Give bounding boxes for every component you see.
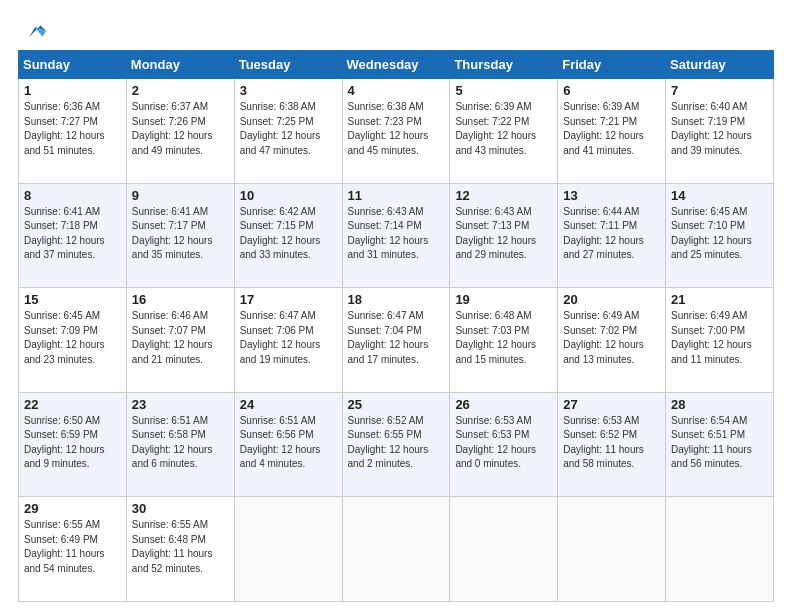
calendar-cell: 17Sunrise: 6:47 AM Sunset: 7:06 PM Dayli… (234, 288, 342, 393)
calendar-cell: 19Sunrise: 6:48 AM Sunset: 7:03 PM Dayli… (450, 288, 558, 393)
calendar-cell: 9Sunrise: 6:41 AM Sunset: 7:17 PM Daylig… (126, 183, 234, 288)
calendar-cell: 24Sunrise: 6:51 AM Sunset: 6:56 PM Dayli… (234, 392, 342, 497)
day-number: 7 (671, 83, 768, 98)
cell-info: Sunrise: 6:53 AM Sunset: 6:52 PM Dayligh… (563, 414, 660, 472)
calendar-header-row: SundayMondayTuesdayWednesdayThursdayFrid… (19, 51, 774, 79)
calendar-cell: 20Sunrise: 6:49 AM Sunset: 7:02 PM Dayli… (558, 288, 666, 393)
calendar-row-1: 1Sunrise: 6:36 AM Sunset: 7:27 PM Daylig… (19, 79, 774, 184)
col-header-monday: Monday (126, 51, 234, 79)
day-number: 22 (24, 397, 121, 412)
calendar-cell: 2Sunrise: 6:37 AM Sunset: 7:26 PM Daylig… (126, 79, 234, 184)
calendar-cell: 29Sunrise: 6:55 AM Sunset: 6:49 PM Dayli… (19, 497, 127, 602)
day-number: 1 (24, 83, 121, 98)
day-number: 5 (455, 83, 552, 98)
calendar-cell: 5Sunrise: 6:39 AM Sunset: 7:22 PM Daylig… (450, 79, 558, 184)
cell-info: Sunrise: 6:52 AM Sunset: 6:55 PM Dayligh… (348, 414, 445, 472)
calendar-cell: 26Sunrise: 6:53 AM Sunset: 6:53 PM Dayli… (450, 392, 558, 497)
calendar-cell (450, 497, 558, 602)
calendar-cell: 1Sunrise: 6:36 AM Sunset: 7:27 PM Daylig… (19, 79, 127, 184)
cell-info: Sunrise: 6:45 AM Sunset: 7:09 PM Dayligh… (24, 309, 121, 367)
day-number: 12 (455, 188, 552, 203)
cell-info: Sunrise: 6:43 AM Sunset: 7:14 PM Dayligh… (348, 205, 445, 263)
day-number: 2 (132, 83, 229, 98)
calendar-row-2: 8Sunrise: 6:41 AM Sunset: 7:18 PM Daylig… (19, 183, 774, 288)
calendar-cell: 8Sunrise: 6:41 AM Sunset: 7:18 PM Daylig… (19, 183, 127, 288)
calendar-cell: 25Sunrise: 6:52 AM Sunset: 6:55 PM Dayli… (342, 392, 450, 497)
col-header-wednesday: Wednesday (342, 51, 450, 79)
day-number: 3 (240, 83, 337, 98)
calendar-cell: 21Sunrise: 6:49 AM Sunset: 7:00 PM Dayli… (666, 288, 774, 393)
day-number: 8 (24, 188, 121, 203)
cell-info: Sunrise: 6:43 AM Sunset: 7:13 PM Dayligh… (455, 205, 552, 263)
cell-info: Sunrise: 6:39 AM Sunset: 7:21 PM Dayligh… (563, 100, 660, 158)
day-number: 28 (671, 397, 768, 412)
day-number: 17 (240, 292, 337, 307)
cell-info: Sunrise: 6:55 AM Sunset: 6:49 PM Dayligh… (24, 518, 121, 576)
calendar-table: SundayMondayTuesdayWednesdayThursdayFrid… (18, 50, 774, 602)
calendar-row-4: 22Sunrise: 6:50 AM Sunset: 6:59 PM Dayli… (19, 392, 774, 497)
calendar-cell (342, 497, 450, 602)
cell-info: Sunrise: 6:38 AM Sunset: 7:23 PM Dayligh… (348, 100, 445, 158)
day-number: 14 (671, 188, 768, 203)
calendar-cell: 22Sunrise: 6:50 AM Sunset: 6:59 PM Dayli… (19, 392, 127, 497)
header (18, 18, 774, 40)
cell-info: Sunrise: 6:45 AM Sunset: 7:10 PM Dayligh… (671, 205, 768, 263)
day-number: 24 (240, 397, 337, 412)
cell-info: Sunrise: 6:44 AM Sunset: 7:11 PM Dayligh… (563, 205, 660, 263)
calendar-row-5: 29Sunrise: 6:55 AM Sunset: 6:49 PM Dayli… (19, 497, 774, 602)
calendar-cell: 14Sunrise: 6:45 AM Sunset: 7:10 PM Dayli… (666, 183, 774, 288)
day-number: 29 (24, 501, 121, 516)
day-number: 11 (348, 188, 445, 203)
logo-bird-icon (20, 18, 48, 46)
calendar-cell: 10Sunrise: 6:42 AM Sunset: 7:15 PM Dayli… (234, 183, 342, 288)
cell-info: Sunrise: 6:40 AM Sunset: 7:19 PM Dayligh… (671, 100, 768, 158)
calendar-cell: 3Sunrise: 6:38 AM Sunset: 7:25 PM Daylig… (234, 79, 342, 184)
calendar-cell: 18Sunrise: 6:47 AM Sunset: 7:04 PM Dayli… (342, 288, 450, 393)
cell-info: Sunrise: 6:49 AM Sunset: 7:00 PM Dayligh… (671, 309, 768, 367)
logo (18, 18, 48, 40)
day-number: 13 (563, 188, 660, 203)
day-number: 10 (240, 188, 337, 203)
col-header-saturday: Saturday (666, 51, 774, 79)
day-number: 9 (132, 188, 229, 203)
day-number: 16 (132, 292, 229, 307)
day-number: 27 (563, 397, 660, 412)
col-header-sunday: Sunday (19, 51, 127, 79)
cell-info: Sunrise: 6:49 AM Sunset: 7:02 PM Dayligh… (563, 309, 660, 367)
calendar-cell: 23Sunrise: 6:51 AM Sunset: 6:58 PM Dayli… (126, 392, 234, 497)
calendar-cell: 4Sunrise: 6:38 AM Sunset: 7:23 PM Daylig… (342, 79, 450, 184)
cell-info: Sunrise: 6:38 AM Sunset: 7:25 PM Dayligh… (240, 100, 337, 158)
cell-info: Sunrise: 6:36 AM Sunset: 7:27 PM Dayligh… (24, 100, 121, 158)
day-number: 6 (563, 83, 660, 98)
day-number: 21 (671, 292, 768, 307)
calendar-cell: 11Sunrise: 6:43 AM Sunset: 7:14 PM Dayli… (342, 183, 450, 288)
cell-info: Sunrise: 6:46 AM Sunset: 7:07 PM Dayligh… (132, 309, 229, 367)
calendar-cell (558, 497, 666, 602)
day-number: 19 (455, 292, 552, 307)
day-number: 4 (348, 83, 445, 98)
cell-info: Sunrise: 6:50 AM Sunset: 6:59 PM Dayligh… (24, 414, 121, 472)
day-number: 23 (132, 397, 229, 412)
cell-info: Sunrise: 6:47 AM Sunset: 7:04 PM Dayligh… (348, 309, 445, 367)
cell-info: Sunrise: 6:54 AM Sunset: 6:51 PM Dayligh… (671, 414, 768, 472)
cell-info: Sunrise: 6:41 AM Sunset: 7:18 PM Dayligh… (24, 205, 121, 263)
cell-info: Sunrise: 6:51 AM Sunset: 6:58 PM Dayligh… (132, 414, 229, 472)
cell-info: Sunrise: 6:37 AM Sunset: 7:26 PM Dayligh… (132, 100, 229, 158)
day-number: 20 (563, 292, 660, 307)
page: SundayMondayTuesdayWednesdayThursdayFrid… (0, 0, 792, 612)
day-number: 30 (132, 501, 229, 516)
day-number: 18 (348, 292, 445, 307)
calendar-cell: 12Sunrise: 6:43 AM Sunset: 7:13 PM Dayli… (450, 183, 558, 288)
day-number: 25 (348, 397, 445, 412)
cell-info: Sunrise: 6:55 AM Sunset: 6:48 PM Dayligh… (132, 518, 229, 576)
day-number: 26 (455, 397, 552, 412)
day-number: 15 (24, 292, 121, 307)
calendar-cell: 6Sunrise: 6:39 AM Sunset: 7:21 PM Daylig… (558, 79, 666, 184)
calendar-row-3: 15Sunrise: 6:45 AM Sunset: 7:09 PM Dayli… (19, 288, 774, 393)
calendar-cell: 16Sunrise: 6:46 AM Sunset: 7:07 PM Dayli… (126, 288, 234, 393)
col-header-tuesday: Tuesday (234, 51, 342, 79)
calendar-cell: 30Sunrise: 6:55 AM Sunset: 6:48 PM Dayli… (126, 497, 234, 602)
calendar-cell: 7Sunrise: 6:40 AM Sunset: 7:19 PM Daylig… (666, 79, 774, 184)
col-header-friday: Friday (558, 51, 666, 79)
cell-info: Sunrise: 6:42 AM Sunset: 7:15 PM Dayligh… (240, 205, 337, 263)
